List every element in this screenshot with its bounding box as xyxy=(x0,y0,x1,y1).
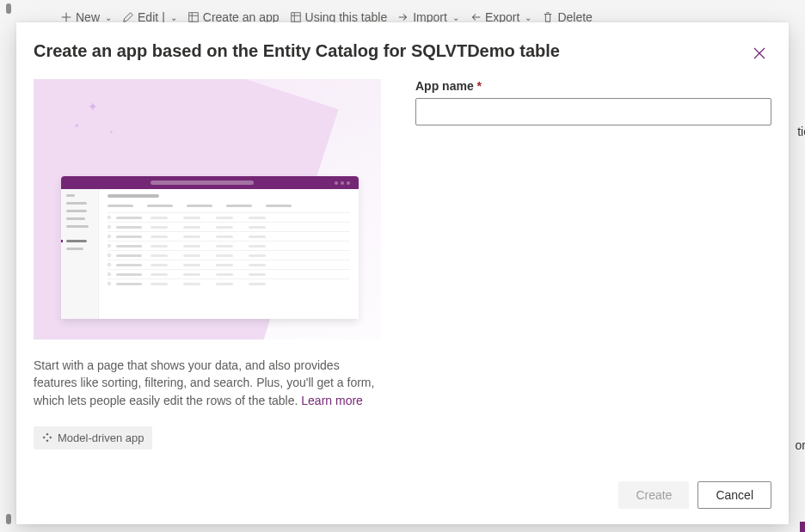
svg-rect-0 xyxy=(189,13,199,22)
cancel-button[interactable]: Cancel xyxy=(697,481,771,509)
app-name-input[interactable] xyxy=(415,98,771,125)
plus-icon xyxy=(60,11,72,23)
dialog-title: Create an app based on the Entity Catalo… xyxy=(34,41,560,61)
bg-clipped-text: ors xyxy=(796,438,805,452)
export-icon xyxy=(470,11,482,23)
close-icon xyxy=(753,47,765,59)
import-icon xyxy=(397,11,409,23)
app-name-label: App name * xyxy=(415,79,771,93)
description: Start with a page that shows your data, … xyxy=(34,357,381,409)
grid-icon xyxy=(290,11,302,23)
illustration: ✦ ✦ ✦ xyxy=(34,79,381,339)
close-button[interactable] xyxy=(747,41,771,65)
model-driven-icon xyxy=(42,432,52,443)
create-app-dialog: Create an app based on the Entity Catalo… xyxy=(16,22,789,524)
learn-more-link[interactable]: Learn more xyxy=(301,394,363,407)
pencil-icon xyxy=(122,11,134,23)
create-button[interactable]: Create xyxy=(618,481,689,509)
bg-clipped-text: tie xyxy=(797,125,805,138)
app-type-badge: Model-driven app xyxy=(34,426,152,449)
badge-label: Model-driven app xyxy=(58,431,144,444)
grid-icon xyxy=(187,11,200,23)
svg-rect-1 xyxy=(291,13,300,22)
trash-icon xyxy=(542,11,554,23)
